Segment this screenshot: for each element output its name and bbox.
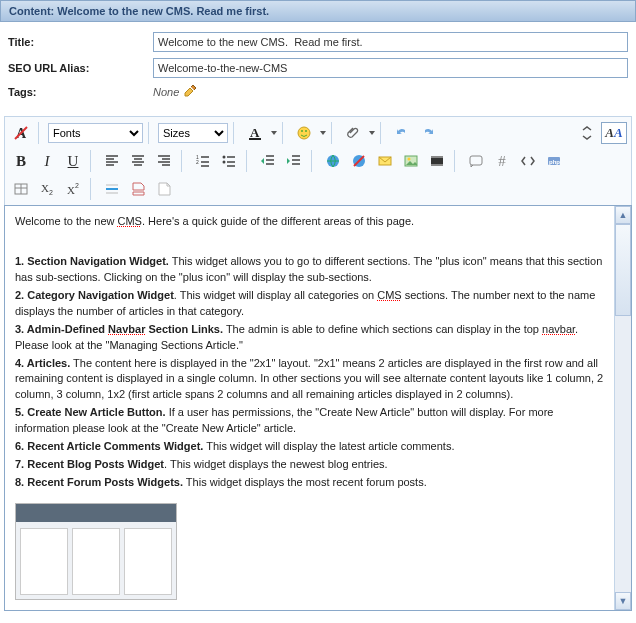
svg-text:X: X bbox=[41, 182, 49, 194]
align-center-icon[interactable] bbox=[126, 149, 150, 173]
svg-point-6 bbox=[305, 130, 307, 132]
newpage-icon[interactable] bbox=[152, 177, 176, 201]
scroll-down-icon[interactable]: ▼ bbox=[615, 592, 631, 610]
switch-editor-button[interactable]: AA bbox=[601, 122, 627, 144]
align-right-icon[interactable] bbox=[152, 149, 176, 173]
editor-toolbar: A Fonts Sizes A AA B I U bbox=[4, 116, 632, 205]
unordered-list-icon[interactable] bbox=[217, 149, 241, 173]
smiley-caret-icon[interactable] bbox=[320, 131, 326, 135]
redo-icon[interactable] bbox=[416, 121, 440, 145]
svg-rect-19 bbox=[431, 164, 443, 166]
list-item: 2. Category Navigation Widget. This widg… bbox=[15, 288, 604, 320]
ordered-list-icon[interactable]: 12 bbox=[191, 149, 215, 173]
quote-icon[interactable] bbox=[464, 149, 488, 173]
svg-text:2: 2 bbox=[49, 189, 53, 196]
bold-button[interactable]: B bbox=[9, 149, 33, 173]
attachment-caret-icon[interactable] bbox=[369, 131, 375, 135]
indent-icon[interactable] bbox=[282, 149, 306, 173]
svg-text:2: 2 bbox=[75, 182, 79, 189]
svg-rect-18 bbox=[431, 156, 443, 158]
seo-url-input[interactable] bbox=[153, 58, 628, 78]
list-item: 7. Recent Blog Posts Widget. This widget… bbox=[15, 457, 604, 473]
anchor-icon[interactable]: # bbox=[490, 149, 514, 173]
scroll-thumb[interactable] bbox=[615, 224, 631, 316]
edit-tags-icon[interactable] bbox=[183, 84, 199, 100]
image-icon[interactable] bbox=[399, 149, 423, 173]
table-icon[interactable] bbox=[9, 177, 33, 201]
list-item: 8. Recent Forum Posts Widgets. This widg… bbox=[15, 475, 604, 491]
code-icon[interactable] bbox=[516, 149, 540, 173]
superscript-icon[interactable]: X2 bbox=[61, 177, 85, 201]
intro-text: Welcome to the new CMS. Here's a quick g… bbox=[15, 214, 604, 230]
list-item: 1. Section Navigation Widget. This widge… bbox=[15, 254, 604, 286]
editor-body[interactable]: Welcome to the new CMS. Here's a quick g… bbox=[5, 206, 615, 610]
preview-image bbox=[15, 503, 177, 600]
svg-point-4 bbox=[298, 127, 310, 139]
text-color-caret-icon[interactable] bbox=[271, 131, 277, 135]
svg-point-9 bbox=[223, 156, 226, 159]
subscript-icon[interactable]: X2 bbox=[35, 177, 59, 201]
outdent-icon[interactable] bbox=[256, 149, 280, 173]
svg-text:A: A bbox=[250, 125, 260, 140]
attachment-icon[interactable] bbox=[341, 121, 365, 145]
size-select[interactable]: Sizes bbox=[158, 123, 228, 143]
page-title: Content: Welcome to the new CMS. Read me… bbox=[0, 0, 636, 22]
italic-button[interactable]: I bbox=[35, 149, 59, 173]
scrollbar[interactable]: ▲ ▼ bbox=[615, 206, 631, 610]
remove-format-icon[interactable]: A bbox=[9, 121, 33, 145]
form-area: Title: SEO URL Alias: Tags: None bbox=[0, 22, 636, 112]
svg-point-16 bbox=[408, 158, 411, 161]
link-icon[interactable] bbox=[321, 149, 345, 173]
list-item: 5. Create New Article Button. If a user … bbox=[15, 405, 604, 437]
align-left-icon[interactable] bbox=[100, 149, 124, 173]
svg-rect-20 bbox=[470, 156, 482, 165]
seo-label: SEO URL Alias: bbox=[8, 62, 153, 74]
tags-label: Tags: bbox=[8, 86, 153, 98]
underline-button[interactable]: U bbox=[61, 149, 85, 173]
list-item: 4. Articles. The content here is display… bbox=[15, 356, 604, 404]
title-input[interactable] bbox=[153, 32, 628, 52]
title-label: Title: bbox=[8, 36, 153, 48]
font-select[interactable]: Fonts bbox=[48, 123, 143, 143]
php-icon[interactable]: php bbox=[542, 149, 566, 173]
svg-text:2: 2 bbox=[196, 159, 199, 165]
pagebreak-icon[interactable] bbox=[126, 177, 150, 201]
svg-rect-3 bbox=[249, 138, 261, 140]
expand-icon[interactable] bbox=[575, 121, 599, 145]
text-color-icon[interactable]: A bbox=[243, 121, 267, 145]
undo-icon[interactable] bbox=[390, 121, 414, 145]
unlink-icon[interactable] bbox=[347, 149, 371, 173]
svg-text:php: php bbox=[549, 159, 560, 165]
list-item: 6. Recent Article Comments Widget. This … bbox=[15, 439, 604, 455]
email-icon[interactable] bbox=[373, 149, 397, 173]
svg-point-10 bbox=[223, 161, 226, 164]
tags-value: None bbox=[153, 86, 179, 98]
list-item: 3. Admin-Defined Navbar Section Links. T… bbox=[15, 322, 604, 354]
svg-text:X: X bbox=[67, 184, 75, 196]
scroll-up-icon[interactable]: ▲ bbox=[615, 206, 631, 224]
hr-icon[interactable] bbox=[100, 177, 124, 201]
smiley-icon[interactable] bbox=[292, 121, 316, 145]
svg-point-5 bbox=[301, 130, 303, 132]
video-icon[interactable] bbox=[425, 149, 449, 173]
